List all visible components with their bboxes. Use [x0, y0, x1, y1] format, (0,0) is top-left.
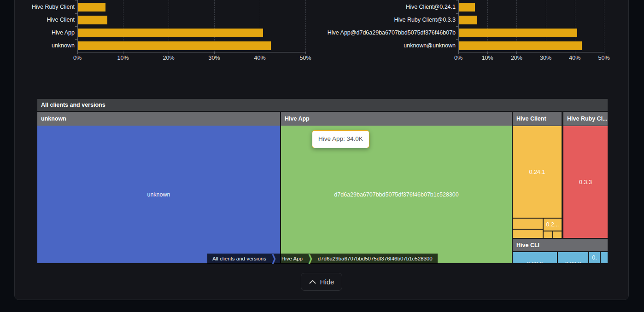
x-tick-label: 50%	[590, 55, 618, 61]
grid-line	[305, 0, 306, 52]
treemap-node-label: 0.22.2	[558, 261, 588, 263]
treemap-node[interactable]	[544, 231, 552, 238]
category-label: Hive Ruby Client	[32, 3, 75, 11]
x-tick-label: 40%	[246, 55, 274, 61]
breadcrumb-item[interactable]: d7d6a29ba6707bbd5075df376f46b07b1c528300	[313, 254, 438, 264]
y-axis-tick	[75, 26, 77, 27]
clients-treemap: All clients and versionsunknownunknownHi…	[37, 99, 608, 263]
x-tick-label: 10%	[474, 55, 501, 61]
x-tick-label: 0%	[64, 55, 91, 61]
bar[interactable]	[78, 29, 263, 37]
y-axis-tick	[456, 39, 458, 40]
treemap-node-label: 0.	[589, 254, 600, 261]
category-label: Hive Client	[47, 16, 75, 23]
category-label: Hive App@d7d6a29ba6707bbd5075df376f46b07…	[328, 29, 456, 36]
y-axis-tick	[456, 13, 458, 14]
hide-button-label: Hide	[320, 278, 334, 286]
treemap-node[interactable]: 0.3.3	[563, 126, 608, 238]
treemap-node[interactable]: 0.24.1	[513, 126, 562, 218]
category-label: unknown	[52, 42, 75, 49]
x-tick-label: 50%	[292, 55, 319, 61]
treemap-node[interactable]	[513, 230, 543, 238]
bar[interactable]	[459, 16, 477, 24]
y-axis-tick	[456, 0, 458, 0]
treemap-section-header[interactable]: unknown	[37, 112, 280, 126]
x-axis-tick	[516, 52, 517, 54]
treemap-node[interactable]: 0.	[589, 252, 600, 263]
x-tick-label: 30%	[200, 55, 228, 61]
bar-chart-client-versions: 0%10%20%30%40%50%Hive Client@0.24.1Hive …	[458, 0, 604, 52]
dashboard-stage: 0%10%20%30%40%50%Hive Ruby ClientHive Cl…	[0, 0, 644, 312]
y-axis-tick	[75, 13, 77, 14]
x-axis-tick	[604, 52, 604, 54]
x-axis-tick	[305, 52, 306, 54]
treemap-node[interactable]	[553, 231, 562, 238]
treemap-node[interactable]: 0.2...	[544, 219, 562, 231]
treemap-section-header[interactable]: Hive App	[281, 112, 512, 126]
treemap-node[interactable]	[601, 252, 608, 263]
x-axis-line	[458, 52, 604, 52]
treemap-section-header[interactable]: Hive CLI	[513, 239, 608, 251]
treemap-node-label: 0.22.0	[513, 261, 557, 263]
x-axis-tick	[260, 52, 260, 54]
bar[interactable]	[78, 3, 105, 12]
bar[interactable]	[459, 41, 582, 50]
category-label: Hive Ruby Client@0.3.3	[394, 16, 456, 23]
bar-chart-clients: 0%10%20%30%40%50%Hive Ruby ClientHive Cl…	[77, 0, 305, 52]
treemap-node[interactable]: unknown	[37, 126, 280, 263]
treemap-node[interactable]	[513, 219, 543, 229]
treemap-node[interactable]: 0.22.2	[558, 252, 588, 263]
y-axis-tick	[75, 0, 77, 0]
x-tick-label: 0%	[445, 55, 472, 61]
x-tick-label: 30%	[532, 55, 560, 61]
x-axis-tick	[77, 52, 78, 54]
bar[interactable]	[459, 29, 577, 37]
treemap-tooltip: Hive App: 34.0K	[312, 130, 369, 148]
x-axis-tick	[546, 52, 546, 54]
treemap-section-header[interactable]: Hive Client	[513, 112, 562, 126]
treemap-breadcrumb: All clients and versions❯Hive App❯d7d6a2…	[207, 254, 438, 264]
x-axis-tick	[487, 52, 488, 54]
bar[interactable]	[78, 16, 107, 24]
x-tick-label: 10%	[109, 55, 137, 61]
category-label: unknown@unknown	[404, 42, 456, 49]
category-label: Hive Client@0.24.1	[406, 3, 456, 11]
bar[interactable]	[78, 41, 271, 50]
x-axis-tick	[123, 52, 123, 54]
breadcrumb-chevron-icon: ❯	[308, 251, 313, 266]
category-label: Hive App	[52, 29, 75, 36]
hide-button[interactable]: Hide	[301, 273, 342, 291]
x-tick-label: 20%	[155, 55, 182, 61]
y-axis-tick	[75, 39, 77, 40]
x-axis-tick	[214, 52, 215, 54]
breadcrumb-chevron-icon: ❯	[271, 251, 276, 266]
chevron-up-icon	[309, 280, 316, 284]
breadcrumb-item[interactable]: All clients and versions	[207, 254, 271, 264]
treemap-node[interactable]: 0.22.0	[513, 252, 557, 263]
y-axis-tick	[456, 26, 458, 27]
x-axis-line	[77, 52, 305, 52]
treemap-section-header[interactable]: Hive Ruby Cl...	[563, 112, 608, 126]
breadcrumb-item[interactable]: Hive App	[276, 254, 308, 264]
bar[interactable]	[459, 3, 475, 12]
grid-line	[604, 0, 604, 52]
x-axis-tick	[169, 52, 169, 54]
x-tick-label: 20%	[503, 55, 530, 61]
x-axis-tick	[458, 52, 459, 54]
treemap-root-header[interactable]: All clients and versions	[37, 99, 608, 111]
x-axis-tick	[575, 52, 575, 54]
x-tick-label: 40%	[561, 55, 589, 61]
